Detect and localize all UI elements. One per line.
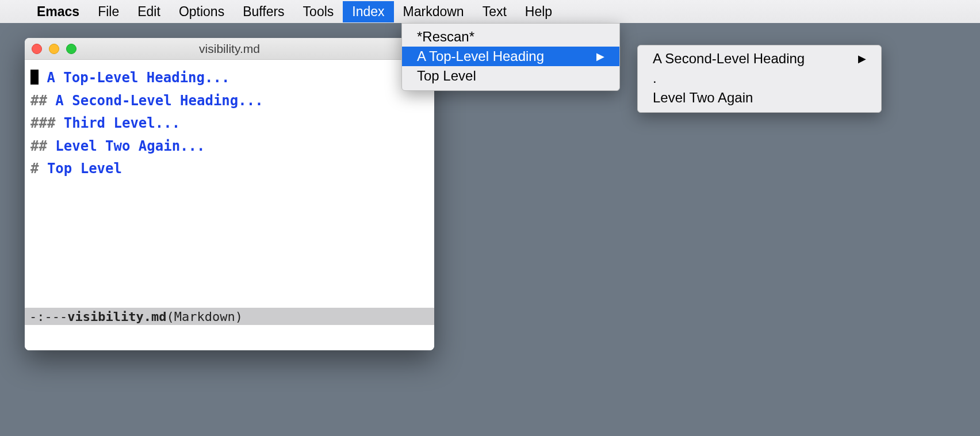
index-menu-top-level-heading[interactable]: A Top-Level Heading ▶ — [402, 47, 619, 66]
submenu-dot[interactable]: . — [638, 68, 881, 88]
index-menu-top-level[interactable]: Top Level — [402, 66, 619, 86]
menubar-item-tools[interactable]: Tools — [294, 1, 343, 22]
menubar-item-file[interactable]: File — [89, 1, 128, 22]
minimize-window-icon[interactable] — [49, 44, 59, 54]
submenu-level-two-again[interactable]: Level Two Again — [638, 88, 881, 108]
index-menu-rescan[interactable]: *Rescan* — [402, 27, 619, 47]
menu-item-label: . — [653, 70, 657, 86]
menubar-item-index[interactable]: Index — [343, 1, 393, 22]
menubar-item-markdown[interactable]: Markdown — [394, 1, 473, 22]
heading-text: A Top-Level Heading... — [47, 70, 229, 86]
menu-item-label: A Second-Level Heading — [653, 51, 805, 67]
menubar-item-help[interactable]: Help — [516, 1, 561, 22]
macos-menubar: Emacs File Edit Options Buffers Tools In… — [0, 0, 980, 23]
window-title: visibility.md — [199, 42, 260, 56]
emacs-echo-area[interactable] — [25, 325, 434, 350]
modeline-filename: visibility.md — [67, 309, 166, 324]
index-dropdown-menu: *Rescan* A Top-Level Heading ▶ Top Level — [401, 23, 620, 91]
heading-text: Top Level — [47, 160, 122, 177]
menu-item-label: *Rescan* — [417, 29, 474, 45]
heading-text: A Second-Level Heading... — [55, 93, 263, 109]
window-titlebar[interactable]: visibility.md — [25, 38, 434, 60]
index-submenu: A Second-Level Heading ▶ . Level Two Aga… — [637, 45, 882, 113]
emacs-window: visibility.md A Top-Level Heading... ## … — [25, 38, 434, 350]
menubar-item-edit[interactable]: Edit — [128, 1, 170, 22]
markdown-hash: # — [30, 160, 47, 177]
editor-buffer[interactable]: A Top-Level Heading... ## A Second-Level… — [25, 60, 434, 308]
zoom-window-icon[interactable] — [66, 44, 76, 54]
text-cursor — [30, 70, 39, 85]
heading-text: Level Two Again... — [55, 138, 205, 154]
menubar-item-text[interactable]: Text — [473, 1, 516, 22]
menu-item-label: Top Level — [417, 68, 476, 84]
markdown-hash: ### — [30, 115, 64, 131]
menu-item-label: A Top-Level Heading — [417, 48, 544, 64]
menubar-item-options[interactable]: Options — [170, 1, 233, 22]
traffic-lights — [32, 44, 76, 54]
markdown-hash: ## — [30, 93, 55, 109]
menubar-item-buffers[interactable]: Buffers — [233, 1, 293, 22]
emacs-modeline: -:--- visibility.md (Markdown) — [25, 308, 434, 325]
menu-item-label: Level Two Again — [653, 90, 753, 106]
heading-text: Third Level... — [64, 115, 180, 131]
chevron-right-icon: ▶ — [596, 50, 604, 63]
modeline-status: -:--- — [29, 309, 67, 324]
markdown-hash: ## — [30, 138, 55, 154]
modeline-mode: (Markdown) — [166, 309, 242, 324]
submenu-second-level-heading[interactable]: A Second-Level Heading ▶ — [638, 49, 881, 68]
close-window-icon[interactable] — [32, 44, 42, 54]
menubar-app-name[interactable]: Emacs — [28, 1, 89, 22]
chevron-right-icon: ▶ — [858, 52, 866, 65]
